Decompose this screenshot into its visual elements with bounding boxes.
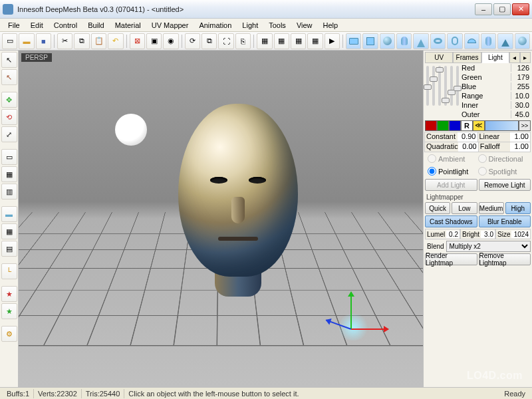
tool-b-button[interactable]: ◉: [163, 33, 178, 49]
grid1-button[interactable]: ▦: [257, 33, 272, 49]
axis-tool[interactable]: └: [1, 263, 17, 279]
quality-quick-button[interactable]: Quick: [425, 202, 450, 214]
value-outer[interactable]: 45.0: [511, 110, 531, 118]
play-button[interactable]: ▶: [325, 33, 340, 49]
swatch-more-button[interactable]: >>: [519, 120, 531, 131]
layers-button[interactable]: ⧉: [201, 33, 217, 49]
gizmo-x-axis[interactable]: [351, 329, 388, 330]
swatch-blue[interactable]: [449, 120, 461, 131]
delete-button[interactable]: ⊠: [130, 33, 145, 49]
slider-blue[interactable]: [438, 66, 441, 106]
grid2-button[interactable]: ▦: [274, 33, 289, 49]
swatch-green[interactable]: [437, 120, 449, 131]
primitive-hemisphere-button[interactable]: [464, 33, 479, 49]
blend-select[interactable]: Multiply x2: [446, 241, 531, 252]
remove-lightmap-button[interactable]: Remove Lightmap: [479, 253, 531, 265]
add-light-button[interactable]: Add Light: [425, 179, 477, 191]
radio-ambient[interactable]: Ambient: [428, 154, 478, 163]
value-blue[interactable]: 255: [511, 82, 531, 90]
tab-scroll-left[interactable]: ◂: [509, 52, 520, 63]
cut-button[interactable]: ✂: [57, 33, 72, 49]
grid3-button[interactable]: ▦: [291, 33, 306, 49]
primitive-cube-button[interactable]: [362, 33, 378, 49]
select-tool[interactable]: ↖: [1, 52, 17, 68]
slider-range[interactable]: [444, 66, 447, 106]
value-constant[interactable]: 0.90: [458, 132, 477, 142]
menu-help[interactable]: Help: [318, 20, 344, 31]
paste-button[interactable]: 📋: [91, 33, 106, 49]
view-split-tool[interactable]: ▥: [1, 184, 17, 200]
primitive-plane-button[interactable]: [346, 33, 361, 49]
value-bright[interactable]: 3.0: [481, 231, 495, 238]
tab-scroll-right[interactable]: ▸: [520, 52, 531, 63]
misc-tool[interactable]: ⚙: [1, 326, 17, 342]
menu-build[interactable]: Build: [82, 20, 109, 31]
refresh-button[interactable]: ⟳: [185, 33, 200, 49]
value-inner[interactable]: 30.0: [511, 101, 531, 109]
menu-light[interactable]: Light: [237, 20, 263, 31]
pointer-tool[interactable]: ↖: [1, 69, 17, 85]
rotate-tool[interactable]: ⟲: [1, 109, 17, 125]
quality-medium-button[interactable]: Medium: [479, 202, 504, 214]
swatch-current[interactable]: [485, 120, 519, 131]
viewport-3d[interactable]: PERSP: [19, 51, 423, 387]
light-object[interactable]: [115, 114, 147, 146]
value-linear[interactable]: 1.00: [510, 132, 530, 142]
blur-enable-button[interactable]: Blur Enable: [479, 215, 531, 227]
primitive-sphere-button[interactable]: [380, 33, 395, 49]
tab-light[interactable]: Light: [481, 52, 509, 63]
value-size[interactable]: 1024: [511, 231, 530, 238]
radio-spotlight[interactable]: Spotlight: [478, 167, 529, 176]
quality-high-button[interactable]: High: [505, 202, 531, 214]
gizmo-y-axis[interactable]: [350, 292, 352, 329]
tool-a-button[interactable]: ▣: [146, 33, 162, 49]
remove-tool[interactable]: ★: [1, 303, 17, 319]
primitive-tube-button[interactable]: [447, 33, 462, 49]
undo-button[interactable]: ↶: [108, 33, 123, 49]
transform-gizmo[interactable]: [323, 287, 383, 347]
remove-light-button[interactable]: Remove Light: [479, 179, 531, 191]
copy-button[interactable]: ⧉: [74, 33, 89, 49]
head-mesh[interactable]: [178, 104, 298, 277]
slider-green[interactable]: [432, 66, 435, 106]
close-button[interactable]: ✕: [512, 3, 529, 15]
view-single-tool[interactable]: ▭: [1, 149, 17, 165]
swatch-red[interactable]: [425, 120, 437, 131]
menu-tools[interactable]: Tools: [263, 20, 291, 31]
menu-material[interactable]: Material: [110, 20, 146, 31]
quality-low-button[interactable]: Low: [452, 202, 477, 214]
menu-control[interactable]: Control: [49, 20, 82, 31]
menu-animation[interactable]: Animation: [194, 20, 237, 31]
menu-edit[interactable]: Edit: [25, 20, 49, 31]
tab-uv[interactable]: UV: [425, 52, 453, 63]
primitive-capsule-button[interactable]: [481, 33, 496, 49]
grid4-button[interactable]: ▦: [307, 33, 323, 49]
expand-button[interactable]: ⛶: [218, 33, 233, 49]
render-lightmap-button[interactable]: Render Lightmap: [425, 253, 477, 265]
primitive-extra-button[interactable]: [515, 33, 530, 49]
tab-frames[interactable]: Frames: [453, 52, 481, 63]
move-tool[interactable]: ✥: [1, 92, 17, 108]
add-tool[interactable]: ★: [1, 286, 17, 302]
slider-inner[interactable]: [450, 66, 453, 106]
value-quadratic[interactable]: 0.00: [458, 142, 478, 152]
primitive-cone-button[interactable]: [413, 33, 428, 49]
menu-file[interactable]: File: [3, 20, 25, 31]
radio-directional[interactable]: Directional: [478, 154, 529, 163]
value-falloff[interactable]: 1.00: [510, 142, 530, 152]
primitive-torus-button[interactable]: [430, 33, 446, 49]
shade-tool[interactable]: ▬: [1, 206, 17, 222]
view-quad-tool[interactable]: ▦: [1, 166, 17, 182]
value-green[interactable]: 179: [511, 73, 531, 81]
minimize-button[interactable]: –: [475, 3, 492, 15]
slider-red[interactable]: [426, 66, 429, 106]
save-button[interactable]: ■: [36, 33, 51, 49]
value-range[interactable]: 10.0: [511, 92, 531, 100]
value-lumel[interactable]: 0.2: [446, 231, 460, 238]
radio-pointlight[interactable]: Pointlight: [428, 167, 478, 176]
menu-view[interactable]: View: [291, 20, 318, 31]
primitive-pyramid-button[interactable]: [497, 33, 513, 49]
swatch-prev[interactable]: ≪: [473, 120, 485, 131]
value-red[interactable]: 126: [511, 64, 531, 72]
open-button[interactable]: ▬: [19, 33, 34, 49]
